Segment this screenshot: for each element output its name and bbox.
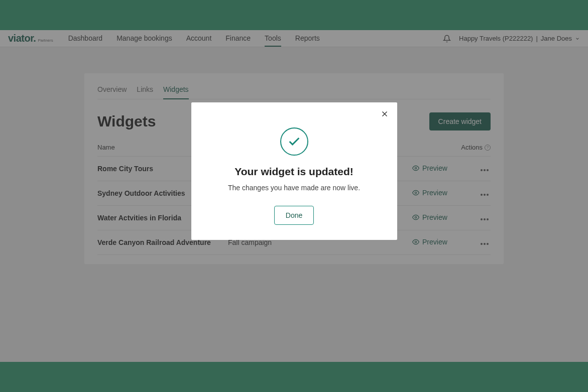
- modal-title: Your widget is updated!: [203, 166, 385, 178]
- modal-subtitle: The changes you have made are now live.: [203, 184, 385, 192]
- modal: Your widget is updated! The changes you …: [191, 102, 397, 240]
- done-button[interactable]: Done: [274, 206, 314, 225]
- check-circle-icon: [280, 127, 308, 156]
- close-icon[interactable]: [380, 109, 389, 118]
- app-shell: viator. Partners Dashboard Manage bookin…: [0, 30, 588, 362]
